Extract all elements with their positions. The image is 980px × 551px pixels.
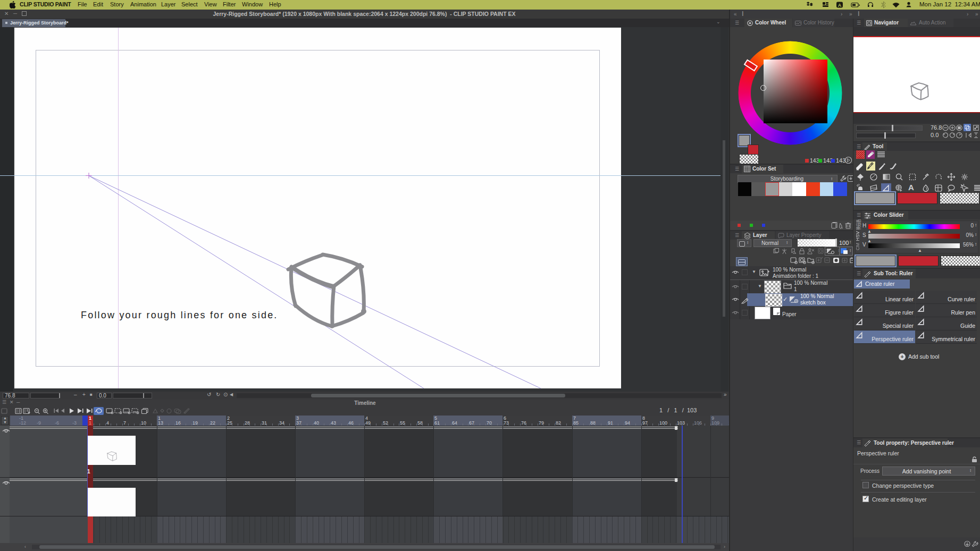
svg-text:Follow your rough lines for on: Follow your rough lines for one side. (81, 310, 278, 320)
svg-text:A: A (838, 3, 842, 8)
